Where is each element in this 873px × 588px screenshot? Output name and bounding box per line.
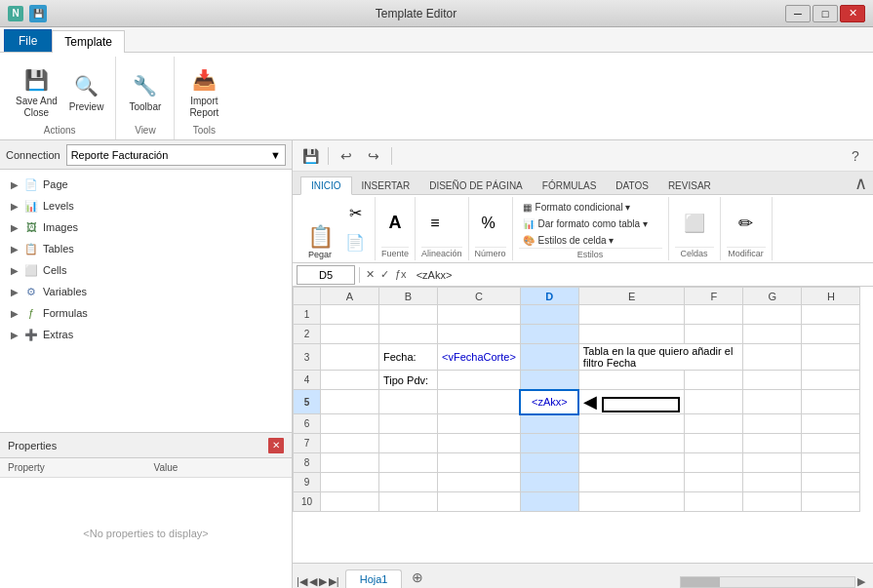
cell-d6[interactable] [520,414,578,434]
cell-d3[interactable] [520,344,578,371]
cell-g8[interactable] [743,453,802,473]
cell-c4[interactable] [438,371,521,390]
cell-g4[interactable] [743,371,802,390]
maximize-button[interactable]: □ [813,5,838,22]
cell-a5[interactable] [321,390,379,414]
cell-f8[interactable] [685,453,743,473]
cell-e8[interactable] [578,453,685,473]
celdas-button[interactable]: ⬜ [675,204,714,243]
cell-c3[interactable]: <vFechaCorte> [438,344,521,371]
cell-g5[interactable] [743,390,802,414]
cell-h8[interactable] [802,453,860,473]
cell-h1[interactable] [802,305,860,325]
cell-f4[interactable] [685,371,743,390]
sheet-table[interactable]: A B C D E F G H 1 [293,287,873,563]
tree-item-formulas[interactable]: ▶ ƒ Formulas [0,302,292,324]
cell-g10[interactable] [743,492,802,512]
redo-button[interactable]: ↪ [362,144,385,168]
cell-h6[interactable] [802,414,860,434]
col-header-d[interactable]: D [520,288,578,305]
cell-d5[interactable]: <zAkx> [520,390,578,414]
cell-b5[interactable] [379,390,438,414]
file-tab[interactable]: File [4,29,52,52]
horizontal-scrollbar[interactable] [680,576,855,588]
cell-h3[interactable] [802,344,860,371]
tab-diseno-pagina[interactable]: DISEÑO DE PÁGINA [419,177,533,194]
title-bar-save-icon[interactable]: 💾 [29,5,47,22]
cell-g2[interactable] [743,325,802,344]
cell-a9[interactable] [321,473,379,492]
undo-button[interactable]: ↩ [335,144,358,168]
preview-button[interactable]: 🔍 Preview [65,68,108,115]
tab-datos[interactable]: DATOS [606,177,658,194]
import-report-button[interactable]: 📥 ImportReport [184,62,223,121]
cell-a2[interactable] [321,325,379,344]
cancel-formula-button[interactable]: ✕ [364,268,377,281]
help-button[interactable]: ? [844,144,867,168]
modificar-button[interactable]: ✏ [727,204,766,243]
cell-c2[interactable] [438,325,521,344]
cell-f7[interactable] [685,434,743,453]
cell-e7[interactable] [578,434,685,453]
col-header-g[interactable]: G [743,288,802,305]
connection-dropdown[interactable]: Reporte Facturación ▼ [66,144,286,166]
close-button[interactable]: ✕ [840,5,865,22]
cell-f6[interactable] [685,414,743,434]
cell-e2[interactable] [578,325,685,344]
tab-insertar[interactable]: INSERTAR [352,177,420,194]
cell-h5[interactable] [802,390,860,414]
tree-item-variables[interactable]: ▶ ⚙ Variables [0,281,292,302]
sheet-nav-prev[interactable]: ◀ [309,575,317,588]
cell-c5[interactable] [438,390,521,414]
cell-h10[interactable] [802,492,860,512]
estilos-celda-button[interactable]: 🎨 Estilos de celda ▾ [519,232,618,248]
tree-item-levels[interactable]: ▶ 📊 Levels [0,195,292,216]
col-header-c[interactable]: C [438,288,521,305]
add-sheet-button[interactable]: ⊕ [404,567,431,588]
cell-d7[interactable] [520,434,578,453]
cell-d8[interactable] [520,453,578,473]
cell-a3[interactable] [321,344,379,371]
cell-a6[interactable] [321,414,379,434]
sheet-nav-first[interactable]: |◀ [297,575,307,588]
cell-e10[interactable] [578,492,685,512]
cell-d4[interactable] [520,371,578,390]
cell-e9[interactable] [578,473,685,492]
sheet-nav-last[interactable]: ▶| [329,575,339,588]
insert-function-button[interactable]: ƒx [393,268,409,281]
cell-f2[interactable] [685,325,743,344]
confirm-formula-button[interactable]: ✓ [378,268,391,281]
cell-c7[interactable] [438,434,521,453]
tree-item-images[interactable]: ▶ 🖼 Images [0,216,292,238]
template-tab[interactable]: Template [52,30,125,53]
cell-b6[interactable] [379,414,438,434]
col-header-b[interactable]: B [379,288,438,305]
toolbar-button[interactable]: 🔧 Toolbar [125,68,165,115]
cell-a10[interactable] [321,492,379,512]
col-header-h[interactable]: H [802,288,860,305]
scroll-right-btn[interactable]: ▶ [857,575,865,588]
ribbon-expand-icon[interactable]: ∧ [849,173,873,194]
cut-button[interactable]: ✂ [341,199,369,226]
cell-f1[interactable] [685,305,743,325]
tree-item-extras[interactable]: ▶ ➕ Extras [0,324,292,345]
cell-e3[interactable]: Tabla en la que quiero añadir el filtro … [578,344,743,371]
cell-c10[interactable] [438,492,521,512]
cell-f5[interactable] [685,390,743,414]
cell-e1[interactable] [578,305,685,325]
cell-c6[interactable] [438,414,521,434]
col-header-e[interactable]: E [578,288,685,305]
cell-d1[interactable] [520,305,578,325]
cell-f9[interactable] [685,473,743,492]
col-header-f[interactable]: F [685,288,743,305]
cell-g3[interactable] [743,344,802,371]
cell-h2[interactable] [802,325,860,344]
cell-a1[interactable] [321,305,379,325]
cell-h9[interactable] [802,473,860,492]
cell-b1[interactable] [379,305,438,325]
cell-b10[interactable] [379,492,438,512]
tab-formulas[interactable]: FÓRMULAS [533,177,607,194]
font-button[interactable]: A [381,210,409,237]
tree-item-cells[interactable]: ▶ ⬜ Cells [0,259,292,281]
sheet-tab-hoja1[interactable]: Hoja1 [345,569,403,588]
